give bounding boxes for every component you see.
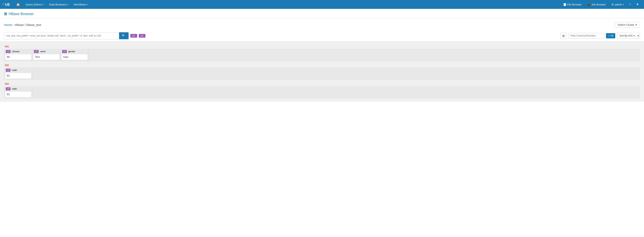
- briefcase-icon: 💼: [587, 3, 590, 6]
- navbar-right: 📄 File Browser 💼 Job Browser ⚙ admin ▾ ?…: [560, 0, 642, 9]
- chevron-down-icon: ▾: [67, 3, 68, 6]
- row-key-002_: 002_: [4, 81, 640, 86]
- content-area: 001 cf2 chinese 90 cf1 name Tom: [0, 41, 644, 102]
- grid-view-button[interactable]: ⊞: [560, 33, 566, 39]
- cell-qualifier-gender: gender: [68, 50, 75, 53]
- filter-columns-input[interactable]: [568, 33, 604, 38]
- cell-col-cf1-name: cf1 name Tom: [32, 49, 60, 61]
- switch-cluster-button[interactable]: Switch Cluster ▾: [615, 22, 640, 28]
- row-key-002: 002: [4, 62, 640, 68]
- cell-header-cf2-math-002: cf2 math: [4, 68, 32, 72]
- nav-job-browser[interactable]: 💼 Job Browser: [584, 0, 608, 9]
- row-cells-002_: cf2 math 91: [4, 86, 640, 98]
- cell-header-cf2-math-002_: cf2 math: [4, 87, 32, 91]
- page-title: HBase Browser: [9, 12, 34, 16]
- svg-text:UE: UE: [5, 2, 10, 7]
- cf1-tag[interactable]: cf1:: [130, 34, 137, 37]
- cf1-label: cf1: [34, 50, 38, 53]
- row-group-002: 002 cf2 math 91: [4, 62, 640, 80]
- flag-icon: ⚑: [636, 3, 639, 6]
- page-header: ⊞ HBase Browser: [0, 9, 644, 18]
- hue-logo-icon: UE: [2, 2, 10, 7]
- navbar-left: UE 🏠 Query Editors ▾ Data Browsers ▾ Wor…: [2, 0, 560, 9]
- nav-data-browsers[interactable]: Data Browsers ▾: [46, 0, 71, 9]
- breadcrumb-path: HBase / hbase_test: [15, 23, 41, 26]
- navbar: UE 🏠 Query Editors ▾ Data Browsers ▾ Wor…: [0, 0, 644, 9]
- cf1-label: cf1: [62, 50, 67, 53]
- cf2-label: cf2: [6, 87, 10, 90]
- nav-home[interactable]: 🏠: [13, 0, 23, 9]
- cell-header-cf1-gender: cf1 gender: [60, 49, 88, 54]
- search-input-wrap: 🔍: [4, 32, 129, 39]
- breadcrumb-area: Home - HBase / hbase_test Switch Cluster…: [0, 18, 644, 30]
- chevron-down-icon: ▾: [636, 23, 637, 26]
- cell-qualifier-chinese: chinese: [12, 50, 20, 53]
- all-button[interactable]: ✓ All: [606, 33, 615, 38]
- nav-admin[interactable]: ⚙ admin ▾: [608, 0, 626, 9]
- help-icon: ?: [629, 3, 631, 6]
- cf2-tag[interactable]: cf2:: [139, 34, 146, 37]
- chevron-down-icon: ▾: [86, 3, 88, 6]
- breadcrumb-separator: -: [13, 23, 15, 26]
- row-key-001: 001: [4, 44, 640, 49]
- hbase-icon: ⊞: [4, 12, 7, 16]
- search-toolbar: 🔍 cf1: cf2: ⊞ ✓ All Sort By ASC ▾ Sort B…: [0, 30, 644, 41]
- grid-icon: ⊞: [562, 34, 565, 37]
- cell-qualifier-name: name: [40, 50, 46, 53]
- row-cells-002: cf2 math 91: [4, 68, 640, 80]
- cell-qualifier-math-002: math: [12, 69, 17, 71]
- cell-value-cf2-math-002_[interactable]: 91: [5, 91, 32, 97]
- search-input[interactable]: [4, 33, 119, 39]
- nav-help[interactable]: ?: [626, 0, 634, 9]
- cell-qualifier-math-002_: math: [12, 88, 17, 90]
- toolbar-right: ⊞ ✓ All Sort By ASC ▾ Sort By DESC: [560, 33, 640, 39]
- cell-col-cf2-math-002_: cf2 math 91: [4, 87, 32, 98]
- cell-col-cf2-chinese: cf2 chinese 90: [4, 49, 32, 61]
- svg-rect-0: [2, 4, 5, 4]
- user-icon: ⚙: [612, 3, 614, 6]
- sort-select[interactable]: Sort By ASC ▾ Sort By DESC: [617, 33, 640, 39]
- cell-header-cf2-chinese: cf2 chinese: [4, 49, 32, 54]
- home-icon: 🏠: [16, 2, 20, 6]
- cell-value-cf1-name[interactable]: Tom: [33, 54, 60, 60]
- row-group-001: 001 cf2 chinese 90 cf1 name Tom: [4, 44, 640, 61]
- cell-value-cf2-math-002[interactable]: 91: [5, 73, 32, 79]
- chevron-down-icon: ▾: [623, 3, 624, 6]
- file-icon: 📄: [563, 3, 566, 6]
- breadcrumb: Home - HBase / hbase_test: [4, 23, 41, 26]
- nav-workflows[interactable]: Workflows ▾: [71, 0, 90, 9]
- cell-value-cf1-gender[interactable]: man: [61, 54, 88, 60]
- navbar-brand[interactable]: UE: [2, 2, 10, 7]
- page-container: ⊞ HBase Browser Home - HBase / hbase_tes…: [0, 9, 644, 237]
- row-group-002_: 002_ cf2 math 91: [4, 81, 640, 98]
- search-icon: 🔍: [122, 34, 126, 37]
- cell-col-cf2-math-002: cf2 math 91: [4, 68, 32, 79]
- cell-header-cf1-name: cf1 name: [32, 49, 60, 54]
- search-button[interactable]: 🔍: [119, 32, 128, 39]
- nav-flag[interactable]: ⚑: [634, 0, 642, 9]
- cell-value-cf2-chinese[interactable]: 90: [5, 54, 32, 60]
- nav-file-browser[interactable]: 📄 File Browser: [560, 0, 584, 9]
- row-cells-001: cf2 chinese 90 cf1 name Tom cf1 gender: [4, 49, 640, 61]
- breadcrumb-home[interactable]: Home: [4, 23, 12, 26]
- cf2-label: cf2: [6, 50, 10, 53]
- nav-query-editors[interactable]: Query Editors ▾: [23, 0, 46, 9]
- cell-col-cf1-gender: cf1 gender man: [60, 49, 89, 61]
- chevron-down-icon: ▾: [42, 3, 44, 6]
- cf2-label: cf2: [6, 69, 10, 72]
